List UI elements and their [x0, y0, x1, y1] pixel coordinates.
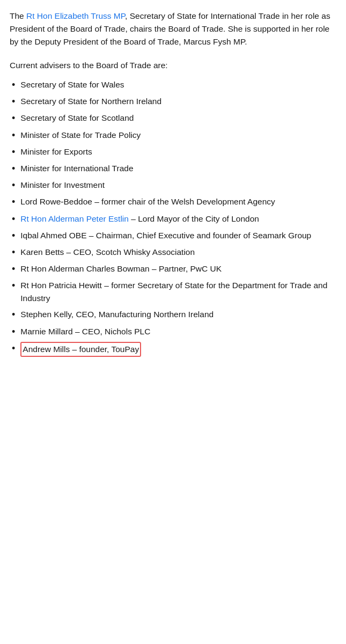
list-item: • Secretary of State for Wales [10, 78, 336, 92]
bullet-icon: • [12, 78, 15, 92]
bullet-icon: • [12, 213, 15, 226]
item-text: Minister for International Trade [20, 162, 336, 175]
list-item: • Lord Rowe-Beddoe – former chair of the… [10, 195, 336, 209]
item-text: Iqbal Ahmed OBE – Chairman, Chief Execut… [20, 229, 336, 242]
item-text: Minister for Exports [20, 145, 336, 158]
item-text: Karen Betts – CEO, Scotch Whisky Associa… [20, 246, 336, 259]
item-text: Minister of State for Trade Policy [20, 129, 336, 142]
bullet-icon: • [12, 112, 15, 125]
item-text: Rt Hon Alderman Charles Bowman – Partner… [20, 262, 336, 275]
list-item: • Minister of State for Trade Policy [10, 129, 336, 142]
bullet-icon: • [12, 162, 15, 175]
item-text: Rt Hon Patricia Hewitt – former Secretar… [20, 279, 336, 305]
list-item: • Minister for International Trade [10, 162, 336, 175]
bullet-icon: • [12, 342, 15, 355]
intro-text-before-link: The [10, 11, 26, 20]
bullet-icon: • [12, 279, 15, 292]
list-item: • Rt Hon Patricia Hewitt – former Secret… [10, 279, 336, 305]
item-text: Marnie Millard – CEO, Nichols PLC [20, 325, 336, 338]
bullet-icon: • [12, 262, 15, 276]
bullet-icon: • [12, 308, 15, 321]
item-text: Lord Rowe-Beddoe – former chair of the W… [20, 195, 336, 208]
bullet-icon: • [12, 145, 15, 159]
highlighted-item-text: Andrew Mills – founder, TouPay [20, 342, 141, 357]
elizabeth-truss-link[interactable]: Rt Hon Elizabeth Truss MP [26, 11, 125, 20]
bullet-icon: • [12, 325, 15, 339]
item-text: Stephen Kelly, CEO, Manufacturing Northe… [20, 308, 336, 321]
bullet-icon: • [12, 129, 15, 142]
item-text: Minister for Investment [20, 179, 336, 192]
item-text: Secretary of State for Wales [20, 78, 336, 91]
item-text: Rt Hon Alderman Peter Estlin – Lord Mayo… [20, 213, 336, 225]
list-item: • Rt Hon Alderman Peter Estlin – Lord Ma… [10, 213, 336, 226]
item-text: Secretary of State for Scotland [20, 112, 336, 125]
item-text-after-link: – Lord Mayor of the City of London [129, 214, 259, 223]
bullet-icon: • [12, 229, 15, 243]
list-item: • Minister for Investment [10, 179, 336, 192]
list-item: • Secretary of State for Scotland [10, 112, 336, 125]
list-item: • Marnie Millard – CEO, Nichols PLC [10, 325, 336, 339]
list-item: • Rt Hon Alderman Charles Bowman – Partn… [10, 262, 336, 276]
intro-paragraph: The Rt Hon Elizabeth Truss MP, Secretary… [10, 10, 336, 48]
last-list-item: • Andrew Mills – founder, TouPay [10, 342, 336, 357]
list-item: • Stephen Kelly, CEO, Manufacturing Nort… [10, 308, 336, 321]
bullet-icon: • [12, 95, 15, 108]
peter-estlin-link[interactable]: Rt Hon Alderman Peter Estlin [20, 214, 129, 223]
advisers-heading: Current advisers to the Board of Trade a… [10, 59, 336, 72]
list-item: • Karen Betts – CEO, Scotch Whisky Assoc… [10, 246, 336, 259]
bullet-icon: • [12, 179, 15, 192]
list-item: • Iqbal Ahmed OBE – Chairman, Chief Exec… [10, 229, 336, 243]
bullet-icon: • [12, 246, 15, 259]
bullet-icon: • [12, 195, 15, 209]
list-item: • Minister for Exports [10, 145, 336, 159]
list-item: • Secretary of State for Northern Irelan… [10, 95, 336, 108]
advisers-list: • Secretary of State for Wales • Secreta… [10, 78, 336, 339]
item-text: Secretary of State for Northern Ireland [20, 95, 336, 108]
